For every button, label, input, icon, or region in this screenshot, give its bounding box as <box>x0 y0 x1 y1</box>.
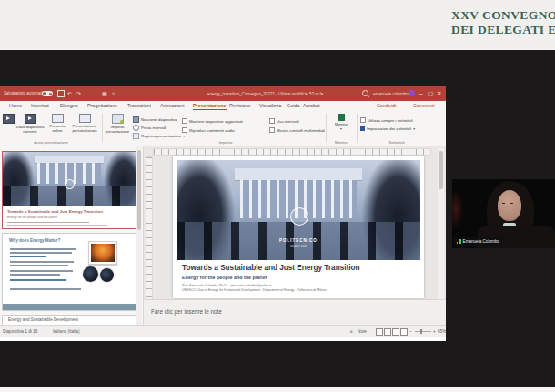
zoom-level[interactable]: 65% <box>438 329 446 334</box>
notes-toggle-button[interactable]: Note <box>358 329 367 334</box>
play-narrations-checkbox[interactable]: Riproduci commenti audio <box>182 127 235 133</box>
tab-visualizza[interactable]: Visualizza <box>259 103 281 108</box>
thumb2-title: Why does Energy Matter? <box>9 238 60 243</box>
autosave-label: Salvataggio automatico <box>4 91 47 95</box>
monitor-dropdown[interactable]: Monitor ▾ <box>329 114 353 131</box>
zoom-out-button[interactable]: − <box>409 329 412 334</box>
conference-title-line1: XXV CONVEGNO <box>451 8 555 23</box>
zoom-in-button[interactable]: + <box>433 329 436 334</box>
keep-slides-updated-checkbox[interactable]: Mantieni diapositive aggiornate <box>182 118 243 124</box>
tab-guida[interactable]: Guida <box>287 103 299 108</box>
slide-counter: Diapositiva 1 di 16 <box>3 329 37 334</box>
maximize-button[interactable]: ▢ <box>428 86 433 101</box>
use-timings-checkbox[interactable]: Usa intervalli <box>269 118 299 124</box>
slideshow-current-icon <box>25 114 36 124</box>
conference-title-line2: DEI DELEGATI E D <box>451 23 555 37</box>
politecnico-seal-icon <box>65 179 75 189</box>
subtitle-settings-button[interactable]: Impostazioni dei sottotitoli ▾ <box>360 126 415 131</box>
custom-show-icon <box>79 114 91 123</box>
record-slideshow-button[interactable]: Registra presentazione ▾ <box>133 133 185 139</box>
slide-author-line: Prof. Emanuela Colombo, Ph.D. - emanuela… <box>182 284 271 287</box>
present-online-icon <box>52 114 64 123</box>
checkbox-icon <box>182 118 187 124</box>
thumb1-subtitle: Energy for the people and the planet <box>7 216 57 219</box>
share-button[interactable]: Condividi <box>377 103 396 108</box>
thumbnail-scrollbar[interactable] <box>136 146 142 325</box>
horizontal-ruler <box>153 148 431 156</box>
minimize-button[interactable]: – <box>419 86 423 101</box>
participant-name: Emanuela Colombo <box>463 239 500 244</box>
thumbnail-building-photo: ​ <box>3 152 136 206</box>
show-media-controls-checkbox[interactable]: Mostra controlli multimediali <box>269 127 325 133</box>
tab-inserisci[interactable]: Inserisci <box>31 103 49 108</box>
setup-show-icon <box>112 114 124 124</box>
webinar-header-band: XXV CONVEGNO DEI DELEGATI E D <box>0 0 555 50</box>
slide-affiliation-line: UNESCO Chair in Energy for Sustainable D… <box>182 288 326 292</box>
save-icon[interactable] <box>57 90 65 97</box>
tab-transizioni[interactable]: Transizioni <box>127 103 151 108</box>
checkbox-icon <box>269 127 275 133</box>
slide-thumbnail-2[interactable]: Why does Energy Matter? <box>2 233 136 311</box>
redo-icon[interactable]: ↷ <box>76 91 81 96</box>
bottom-band <box>0 387 555 392</box>
politecnico-logo-subtext: MILANO 1863 <box>177 245 420 248</box>
tab-disegno[interactable]: Disegno <box>60 103 78 108</box>
ribbon: Dalla diapositiva corrente Presenta onli… <box>0 112 446 147</box>
group-label-sottotitoli: Sottotitoli <box>360 140 433 145</box>
always-use-subtitles-checkbox[interactable]: Utilizza sempre i sottotitoli <box>360 117 413 123</box>
autosave-toggle[interactable] <box>42 91 53 96</box>
webinar-screen: XXV CONVEGNO DEI DELEGATI E D Salvataggi… <box>0 0 555 392</box>
rehearse-timings-button[interactable]: Prova intervalli <box>133 125 166 131</box>
slide-thumbnail-panel: ​ Towards a Sustainable and Just Energy … <box>0 146 144 325</box>
setup-slideshow-button[interactable]: Imposta presentazione <box>105 114 130 135</box>
monitor-check-icon <box>338 114 345 121</box>
record-slideshow-icon <box>133 133 139 139</box>
undo-icon[interactable]: ↶ <box>67 91 72 96</box>
slide-thumbnail-1[interactable]: ​ Towards a Sustainable and Just Energy … <box>2 151 136 229</box>
view-normal-icon[interactable] <box>376 328 383 336</box>
editor-scrollbar[interactable] <box>438 148 444 299</box>
notes-pane[interactable]: Fare clic per inserire le note <box>144 299 446 326</box>
slide-subtitle[interactable]: Energy for the people and the planet <box>182 275 267 280</box>
tab-revisione[interactable]: Revisione <box>229 103 251 108</box>
search-icon[interactable] <box>362 90 368 96</box>
record-icon[interactable]: ⚬ <box>111 91 116 96</box>
webcam-video[interactable]: Emanuela Colombo <box>452 179 555 248</box>
account-name[interactable]: emanuela colombo <box>373 92 409 96</box>
tab-animazioni[interactable]: Animazioni <box>160 103 184 108</box>
slide-canvas[interactable]: POLITECNICO MILANO 1863 Towards a Sustai… <box>173 156 424 298</box>
ppt-titlebar: Salvataggio automatico ↶ ↷ ▦ ⚬ energy_tr… <box>0 86 446 101</box>
from-beginning-button[interactable] <box>2 114 15 126</box>
conference-title: XXV CONVEGNO DEI DELEGATI E D <box>451 8 555 37</box>
from-current-slide-button[interactable]: Dalla diapositiva corrente <box>15 114 45 135</box>
tab-home[interactable]: Home <box>9 103 22 108</box>
politecnico-seal-icon <box>290 207 308 226</box>
view-sorter-icon[interactable] <box>384 328 391 336</box>
hide-slide-icon <box>133 116 139 123</box>
signal-strength-icon <box>457 239 461 244</box>
present-online-button[interactable]: Presenta online <box>45 114 69 134</box>
politecnico-logo-text: POLITECNICO <box>177 238 420 243</box>
close-button[interactable]: ✕ <box>437 86 441 101</box>
custom-slideshow-button[interactable]: Presentazione personalizzata <box>70 114 99 134</box>
group-label-avvia: Avvia presentazione <box>2 140 100 145</box>
view-slideshow-icon[interactable] <box>400 328 408 336</box>
present-icon[interactable]: ▦ <box>102 91 107 96</box>
account-avatar[interactable] <box>409 90 415 96</box>
thumb2-earth-photo-2 <box>100 268 114 282</box>
hamburger-icon: ≡ <box>350 329 353 334</box>
document-title[interactable]: energy_transition_Convegno_20221 - Ultim… <box>207 92 323 96</box>
tab-acrobat[interactable]: Acrobat <box>303 103 320 108</box>
view-reading-icon[interactable] <box>392 328 399 336</box>
tab-presentazione[interactable]: Presentazione <box>193 103 227 110</box>
slide-title[interactable]: Towards a Sustainable and Just Energy Tr… <box>182 264 359 272</box>
ppt-statusbar: Diapositiva 1 di 16 Italiano (Italia) ≡ … <box>0 325 446 337</box>
language-indicator[interactable]: Italiano (Italia) <box>53 329 79 334</box>
zoom-slider[interactable] <box>415 331 431 332</box>
thumb2-footer-bar <box>3 304 136 310</box>
thumb2-earth-photo-1 <box>83 266 98 282</box>
tab-progettazione[interactable]: Progettazione <box>87 103 117 108</box>
zoom-slider-knob[interactable] <box>420 329 422 334</box>
hide-slide-button[interactable]: Nascondi diapositiva <box>133 116 177 123</box>
comments-button[interactable]: Commenti <box>413 103 435 108</box>
